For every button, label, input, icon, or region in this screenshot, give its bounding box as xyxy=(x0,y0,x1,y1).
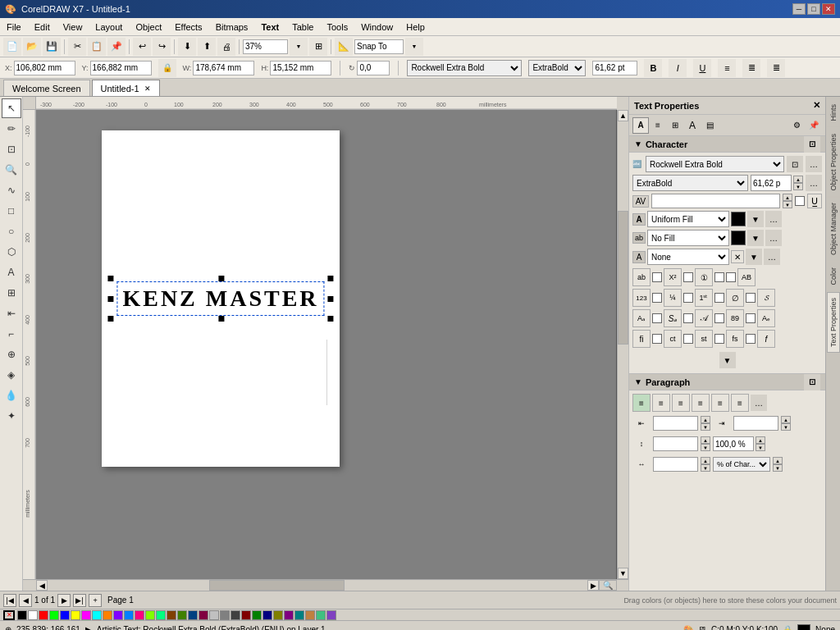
paste-button[interactable]: 📌 xyxy=(107,38,126,56)
menu-object[interactable]: Object xyxy=(129,21,168,34)
typo-lig-check[interactable] xyxy=(746,313,756,323)
typo-fs-check[interactable] xyxy=(746,334,756,344)
blend-tool[interactable]: ⊕ xyxy=(2,345,21,364)
props-char-tab[interactable]: A xyxy=(632,117,649,134)
export-button[interactable]: ⬆ xyxy=(198,38,216,56)
outline-options-button[interactable]: … xyxy=(764,249,780,265)
color-magenta[interactable] xyxy=(81,610,91,620)
bold-button[interactable]: B xyxy=(644,59,662,77)
menu-layout[interactable]: Layout xyxy=(89,21,129,34)
color-yellow-green[interactable] xyxy=(145,610,155,620)
typo-style-check[interactable] xyxy=(683,313,693,323)
color-violet[interactable] xyxy=(326,610,336,620)
angle-input[interactable] xyxy=(357,61,390,75)
y-input[interactable] xyxy=(90,61,152,75)
percent-down[interactable]: ▼ xyxy=(756,444,765,451)
typo-ordinal-button[interactable]: 1ˢᵗ xyxy=(695,289,713,307)
indent-down2[interactable]: ▼ xyxy=(781,423,791,431)
typo-script-check[interactable] xyxy=(714,313,724,323)
tab-document[interactable]: Untitled-1 ✕ xyxy=(92,80,160,96)
menu-table[interactable]: Table xyxy=(285,21,320,34)
color-purple[interactable] xyxy=(113,610,123,620)
typo-frac-check[interactable] xyxy=(683,293,693,303)
props-all-tab[interactable]: ▤ xyxy=(701,117,718,134)
kern-input[interactable] xyxy=(651,194,780,208)
section-options-button[interactable]: ⊡ xyxy=(804,136,820,153)
list2-button[interactable]: ≣ xyxy=(767,59,785,77)
char-sel-down[interactable]: ▼ xyxy=(773,464,783,472)
minimize-button[interactable]: ─ xyxy=(792,3,806,15)
font-size-up[interactable]: ▲ xyxy=(793,176,803,183)
char-spacing-select[interactable]: % of Char... xyxy=(713,457,770,472)
interactive-tool[interactable]: ✦ xyxy=(2,406,21,426)
menu-view[interactable]: View xyxy=(57,21,89,34)
crop-tool[interactable]: ⊡ xyxy=(2,139,21,159)
first-page-button[interactable]: |◀ xyxy=(3,594,16,607)
font-options-button[interactable]: … xyxy=(806,156,822,172)
para-section-options[interactable]: ⊡ xyxy=(804,374,820,390)
color-white[interactable] xyxy=(28,610,38,620)
typo-fi-button[interactable]: fi xyxy=(632,330,651,348)
font-name-select[interactable]: Rockwell Extra Bold xyxy=(646,156,784,172)
import-button[interactable]: ⬇ xyxy=(178,38,196,56)
bg-color-swatch[interactable] xyxy=(731,231,746,245)
color-silver[interactable] xyxy=(209,610,219,620)
typo-fraction-button[interactable]: ¼ xyxy=(664,289,682,307)
select-tool[interactable]: ↖ xyxy=(2,98,21,118)
color-tan[interactable] xyxy=(305,610,315,620)
redo-button[interactable]: ↪ xyxy=(153,38,171,56)
outline-color-dropdown[interactable]: ▼ xyxy=(746,249,762,265)
tab-close-icon[interactable]: ✕ xyxy=(144,84,151,93)
paragraph-section-header[interactable]: ▼ Paragraph ⊡ xyxy=(629,374,825,390)
font-size-down[interactable]: ▼ xyxy=(793,183,803,190)
text-container[interactable]: KENZ MASTER xyxy=(110,278,331,319)
kern-up[interactable]: ▲ xyxy=(783,194,792,201)
prev-page-button[interactable]: ◀ xyxy=(19,594,32,607)
color-dark-purple[interactable] xyxy=(284,610,294,620)
typo-ab-button[interactable]: ab xyxy=(632,268,651,286)
typo-123-button[interactable]: 123 xyxy=(632,289,651,307)
freehand-tool[interactable]: ✏ xyxy=(2,119,21,139)
typo-aa-check[interactable] xyxy=(652,313,662,323)
open-button[interactable]: 📂 xyxy=(23,38,41,56)
color-cyan[interactable] xyxy=(92,610,102,620)
menu-window[interactable]: Window xyxy=(354,21,399,34)
cut-button[interactable]: ✂ xyxy=(68,38,86,56)
typo-null-check[interactable] xyxy=(746,293,756,303)
font-more-button[interactable]: ⊡ xyxy=(787,156,803,172)
typo-ab-check[interactable] xyxy=(652,272,662,282)
eyedropper-tool[interactable]: 💧 xyxy=(2,386,21,405)
menu-edit[interactable]: Edit xyxy=(28,21,57,34)
font-style-select[interactable]: ExtraBold xyxy=(528,60,586,76)
polygon-tool[interactable]: ⬡ xyxy=(2,242,21,262)
font-family-select[interactable]: Rockwell Extra Bold xyxy=(407,60,522,76)
h-input[interactable] xyxy=(270,61,331,75)
percent-up[interactable]: ▲ xyxy=(756,436,765,444)
indent-up1[interactable]: ▲ xyxy=(701,416,710,423)
fill-options-button[interactable]: … xyxy=(765,211,782,227)
undo-button[interactable]: ↩ xyxy=(133,38,151,56)
color-maroon[interactable] xyxy=(241,610,251,620)
props-frame-tab[interactable]: ⊞ xyxy=(667,117,683,134)
typo-null-button[interactable]: ∅ xyxy=(726,289,744,307)
handle-se[interactable] xyxy=(328,316,334,322)
zoom-level-button[interactable]: 🔍 xyxy=(599,580,617,591)
zoom-input[interactable] xyxy=(243,39,288,54)
indent-up2[interactable]: ▲ xyxy=(781,416,791,423)
color-red[interactable] xyxy=(39,610,48,620)
typo-fs-button[interactable]: fs xyxy=(726,330,744,348)
color-black[interactable] xyxy=(17,610,27,620)
scroll-thumb-h[interactable] xyxy=(209,580,345,591)
sidebar-hints-tab[interactable]: Hints xyxy=(827,98,840,127)
para-align-options[interactable]: … xyxy=(751,395,767,411)
color-dark-navy[interactable] xyxy=(262,610,272,620)
char-sel-up[interactable]: ▲ xyxy=(773,457,783,464)
zoom-tool[interactable]: 🔍 xyxy=(2,160,21,180)
indent-down1[interactable]: ▼ xyxy=(701,423,710,431)
props-format-tab[interactable]: A xyxy=(684,117,701,134)
lock-ratio-button[interactable]: 🔒 xyxy=(158,59,176,77)
color-teal[interactable] xyxy=(294,610,304,620)
last-page-button[interactable]: ▶| xyxy=(73,594,86,607)
typo-swash-button[interactable]: 𝓢 xyxy=(757,289,775,307)
color-hotpink[interactable] xyxy=(135,610,144,620)
